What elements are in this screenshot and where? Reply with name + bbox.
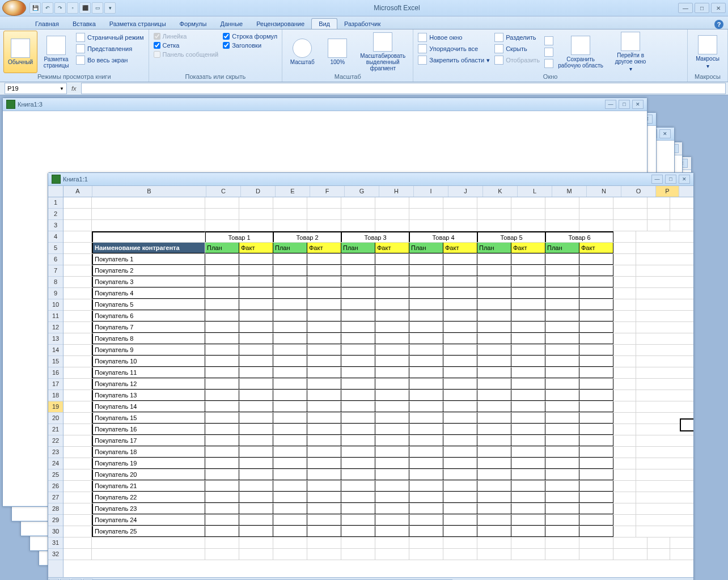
ribbon-tab[interactable]: Формулы <box>173 19 214 29</box>
sheet-tabs: ⏮ ◀ ▶ ⏭ Лист1Лист2Лист3Лист4Лист5Лист6Ли… <box>48 577 693 580</box>
group-label: Показать или скрыть <box>153 73 279 81</box>
magnifier-icon <box>293 39 312 58</box>
ribbon-tab[interactable]: Рецензирование <box>249 19 311 29</box>
redo-icon[interactable]: ↷ <box>54 2 66 14</box>
zoom-button[interactable]: Масштаб <box>286 31 319 73</box>
group-label: Окно <box>417 73 684 81</box>
formula-bar: P19▼ fx <box>0 82 728 95</box>
child-close[interactable]: ✕ <box>679 175 690 184</box>
show-option[interactable]: Строка формул <box>223 33 277 40</box>
hide-button[interactable]: Скрыть <box>494 44 540 53</box>
group-label: Режимы просмотра книги <box>3 73 145 81</box>
undo-icon[interactable]: ↶ <box>42 2 53 14</box>
child-window-active: Книга1:1 — □ ✕ ABCDEFGHIJKLMNOP 12345678… <box>48 172 694 580</box>
ribbon-tab[interactable]: Вид <box>311 18 337 29</box>
sync-icon[interactable] <box>544 59 553 68</box>
zoom-selection-button[interactable]: Масштабировать выделенный фрагмент <box>356 31 409 73</box>
show-option[interactable]: Сетка <box>154 42 219 49</box>
arrange-icon <box>418 44 427 53</box>
group-label: Макросы <box>691 73 724 81</box>
name-box[interactable]: P19▼ <box>5 83 67 94</box>
ribbon-tab[interactable]: Разработчик <box>337 19 387 29</box>
view-mode-item[interactable]: Во весь экран <box>76 56 144 65</box>
sync-icon[interactable] <box>544 36 553 45</box>
column-headers[interactable]: ABCDEFGHIJKLMNOP <box>64 186 693 197</box>
group-label: Масштаб <box>286 73 409 81</box>
sync-icon[interactable] <box>544 48 553 57</box>
page-icon <box>46 36 66 55</box>
show-option[interactable]: Заголовки <box>223 42 277 49</box>
spreadsheet-grid[interactable]: Товар 1Товар 2Товар 3Товар 4Товар 5Товар… <box>64 197 693 560</box>
ribbon-tab[interactable]: Разметка страницы <box>103 19 173 29</box>
ribbon-tab[interactable]: Главная <box>28 19 66 29</box>
ribbon: Обычный Разметка страницы Страничный реж… <box>0 29 728 82</box>
quick-access-toolbar: 💾 ↶ ↷ ▫ ⬛ ▭ ▾ <box>29 2 116 14</box>
child-minimize[interactable]: — <box>651 175 663 184</box>
grid-icon <box>11 39 30 58</box>
active-cell-indicator <box>680 418 693 431</box>
child-maximize[interactable]: □ <box>619 100 630 109</box>
view-icon <box>76 33 85 42</box>
child-title: Книга1:1 <box>63 176 88 183</box>
unhide-button: Отобразить <box>494 56 540 65</box>
show-option: Панель сообщений <box>154 51 219 58</box>
freeze-panes-button[interactable]: Закрепить области ▾ <box>418 56 490 65</box>
normal-view-button[interactable]: Обычный <box>3 31 37 73</box>
excel-icon <box>6 100 15 109</box>
view-mode-item[interactable]: Представления <box>76 44 144 53</box>
switch-windows-button[interactable]: Перейти в другое окно ▾ <box>607 31 654 73</box>
view-mode-item[interactable]: Страничный режим <box>76 33 144 42</box>
app-title: Microsoft Excel <box>116 4 678 12</box>
100-icon <box>328 39 347 58</box>
excel-icon <box>52 175 61 184</box>
view-icon <box>76 44 85 53</box>
qat-icon[interactable]: ⬛ <box>79 2 91 14</box>
formula-input[interactable] <box>81 83 726 94</box>
hide-icon <box>494 44 503 53</box>
ribbon-tab[interactable]: Вставка <box>66 19 103 29</box>
window-icon <box>418 33 427 42</box>
unhide-icon <box>494 56 503 65</box>
macros-icon <box>698 35 717 54</box>
child-close[interactable]: ✕ <box>632 100 644 109</box>
fx-icon[interactable]: fx <box>71 85 77 92</box>
child-titlebar[interactable]: Книга1:1 — □ ✕ <box>48 173 693 186</box>
page-layout-button[interactable]: Разметка страницы <box>40 31 73 73</box>
ribbon-tabs: ГлавнаяВставкаРазметка страницыФормулыДа… <box>0 16 728 29</box>
qat-icon[interactable]: ▭ <box>92 2 103 14</box>
view-icon <box>76 56 85 65</box>
child-title: Книга1:3 <box>18 101 43 108</box>
switch-icon <box>621 32 640 51</box>
qat-more-icon[interactable]: ▾ <box>104 2 116 14</box>
ribbon-tab[interactable]: Данные <box>213 19 249 29</box>
child-minimize[interactable]: — <box>605 100 616 109</box>
select-all-button[interactable] <box>48 186 64 197</box>
help-icon[interactable]: ? <box>714 20 723 29</box>
save-icon[interactable]: 💾 <box>29 2 41 14</box>
row-headers[interactable]: 1234567891011121314151617181920212223242… <box>48 197 64 577</box>
show-option: Линейка <box>154 33 219 40</box>
workspace: Книга1:6—□✕Книга1:2—□✕Книга1:5—□✕Книга1:… <box>0 95 728 580</box>
new-window-button[interactable]: Новое окно <box>418 33 490 42</box>
zoom-sel-icon <box>373 32 392 52</box>
arrange-all-button[interactable]: Упорядочить все <box>418 44 490 53</box>
freeze-icon <box>418 56 427 65</box>
title-bar: 💾 ↶ ↷ ▫ ⬛ ▭ ▾ Microsoft Excel — □ ✕ <box>0 0 728 16</box>
save-workspace-button[interactable]: Сохранить рабочую область <box>557 31 604 73</box>
split-icon <box>494 33 503 42</box>
minimize-button[interactable]: — <box>678 3 693 13</box>
zoom-100-button[interactable]: 100% <box>321 31 354 73</box>
split-button[interactable]: Разделить <box>494 33 540 42</box>
child-maximize[interactable]: □ <box>665 175 676 184</box>
child-close[interactable]: ✕ <box>659 129 671 138</box>
qat-icon[interactable]: ▫ <box>67 2 78 14</box>
close-button[interactable]: ✕ <box>711 3 726 13</box>
workspace-icon <box>571 36 590 55</box>
macros-button[interactable]: Макросы ▾ <box>691 31 724 73</box>
maximize-button[interactable]: □ <box>695 3 709 13</box>
office-button[interactable] <box>2 0 26 16</box>
